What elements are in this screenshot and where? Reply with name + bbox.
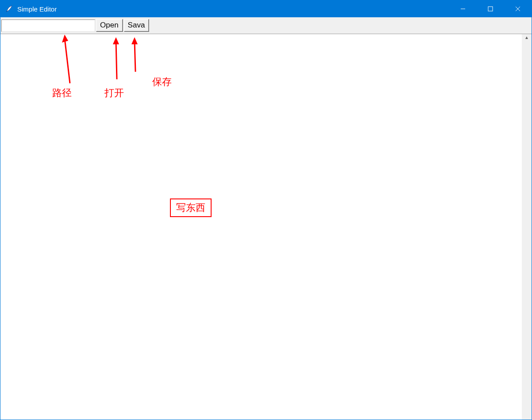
content-area: ▲ [0,34,532,420]
window-controls [449,0,532,17]
toolbar: Open Sava [0,17,532,34]
text-editor[interactable] [0,34,522,420]
app-window: Simple Editor Open Sava ▲ [0,0,532,420]
minimize-button[interactable] [449,0,477,17]
close-button[interactable] [504,0,532,17]
vertical-scrollbar[interactable]: ▲ [522,34,532,420]
svg-line-0 [6,11,7,12]
svg-rect-2 [488,7,493,11]
maximize-button[interactable] [477,0,504,17]
open-button[interactable]: Open [96,19,123,32]
path-input[interactable] [1,19,95,32]
titlebar: Simple Editor [0,0,532,17]
window-title: Simple Editor [17,5,57,13]
save-button[interactable]: Sava [124,19,150,32]
feather-icon [3,5,15,12]
scroll-up-icon: ▲ [524,35,529,40]
